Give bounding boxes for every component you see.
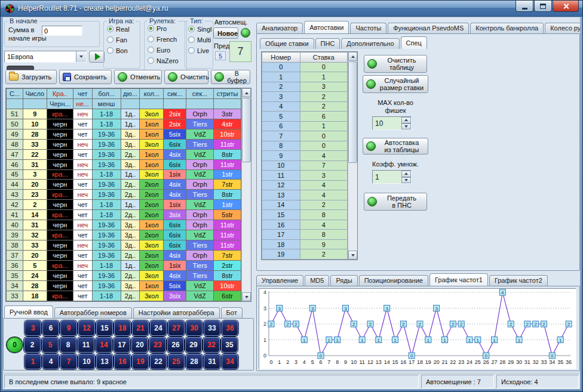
number-button-28[interactable]: 28 <box>186 354 202 369</box>
spin-row[interactable]: 4833черннеч19-363д..3кол6sixTiers11str <box>7 139 241 149</box>
bet-row[interactable]: 192 <box>262 249 348 260</box>
number-button-7[interactable]: 7 <box>60 354 77 369</box>
number-button-23[interactable]: 23 <box>149 337 166 353</box>
radio-euro[interactable]: Euro <box>148 46 186 54</box>
tab-pns[interactable]: ПНС <box>315 38 340 49</box>
send-to-pns-button[interactable]: Передатьв ПНС <box>364 193 427 211</box>
number-button-26[interactable]: 26 <box>167 337 184 353</box>
number-button-0[interactable]: 0 <box>7 337 23 353</box>
spin-up-button[interactable] <box>401 117 411 124</box>
radio-bon[interactable]: Bon <box>107 47 140 54</box>
tab-number-autograbber[interactable]: Автограббер номеров <box>54 307 132 318</box>
coef-spinner[interactable] <box>372 170 412 184</box>
bet-row[interactable]: 70 <box>262 131 348 141</box>
scroll-down-button[interactable] <box>242 292 251 301</box>
number-button-36[interactable]: 36 <box>222 320 238 336</box>
number-button-3[interactable]: 3 <box>24 320 41 336</box>
number-button-12[interactable]: 12 <box>78 320 95 336</box>
tab-autobets[interactable]: Автоставки <box>304 21 349 33</box>
radio-singl[interactable]: Singl <box>188 25 213 33</box>
load-button[interactable]: Загрузить <box>5 70 57 84</box>
tab-analyzer[interactable]: Анализатор <box>256 23 303 33</box>
spin-row[interactable]: 3524чернчет19-362д..3кол4sixTiers8str <box>7 270 241 280</box>
number-button-19[interactable]: 19 <box>132 354 149 369</box>
radio-live[interactable]: Live <box>188 47 213 54</box>
number-button-34[interactable]: 34 <box>222 354 238 369</box>
tab-bot[interactable]: Бот <box>221 307 243 318</box>
scrollbar-thumb[interactable] <box>348 61 357 163</box>
bet-table-scrollbar[interactable] <box>348 52 357 260</box>
bet-row[interactable]: 113 <box>262 171 348 181</box>
spin-row[interactable]: 4114кра...чет1-182д..2кол3sixOrph5str <box>7 210 241 220</box>
scrollbar-track[interactable] <box>348 61 357 251</box>
spin-row[interactable]: 4031черннеч19-363д..1кол6sixOrph11str <box>7 220 241 230</box>
spin-row[interactable]: 4420чернчет19-362д..2кол4sixOrph7str <box>7 180 241 190</box>
radio-real[interactable]: Real <box>107 25 140 33</box>
spin-down-button[interactable] <box>401 177 411 184</box>
tab-manual-input[interactable]: Ручной ввод <box>4 305 53 318</box>
minimize-button[interactable] <box>516 1 533 12</box>
radio-fan[interactable]: Fan <box>107 36 140 44</box>
number-button-14[interactable]: 14 <box>96 337 112 353</box>
number-button-17[interactable]: 17 <box>113 337 130 353</box>
bet-row[interactable]: 134 <box>262 190 348 200</box>
tab-additional[interactable]: Дополнительно <box>341 38 399 49</box>
scrollbar-thumb[interactable] <box>242 98 251 162</box>
bet-row[interactable]: 23 <box>262 82 348 92</box>
bet-row[interactable]: 80 <box>262 141 348 151</box>
tab-frequencies[interactable]: Частоты <box>350 23 386 33</box>
number-button-16[interactable]: 16 <box>114 354 131 369</box>
bet-row[interactable]: 32 <box>262 92 348 102</box>
number-button-6[interactable]: 6 <box>42 320 59 336</box>
number-button-10[interactable]: 10 <box>78 354 95 369</box>
max-chips-input[interactable] <box>373 117 401 129</box>
bet-row[interactable]: 11 <box>262 72 348 82</box>
number-button-4[interactable]: 4 <box>42 354 59 369</box>
number-button-25[interactable]: 25 <box>168 354 185 369</box>
save-button[interactable]: Сохранить <box>59 70 112 84</box>
bet-row[interactable]: 56 <box>262 112 348 122</box>
number-button-33[interactable]: 33 <box>204 320 220 336</box>
spin-row[interactable]: 422чернчет1-181д..2кол1sixVdZ1str <box>7 200 241 210</box>
scroll-down-button[interactable] <box>348 251 357 260</box>
tab-roulette-wheel[interactable]: Колесо рулетки <box>545 23 580 33</box>
tab-positioning[interactable]: Позиционирование <box>359 275 428 286</box>
bet-row[interactable]: 00 <box>262 62 348 72</box>
spin-down-button[interactable] <box>401 124 411 130</box>
spin-row[interactable]: 3833черннеч19-363д..3кол6sixTiers11str <box>7 240 241 251</box>
tab-bankroll-control[interactable]: Контроль банкролла <box>470 23 544 33</box>
spin-row[interactable]: 3720чернчет19-362д..2кол4sixOrph7str <box>7 251 241 261</box>
radio-multi[interactable]: Multi <box>188 36 213 44</box>
scrollbar-track[interactable] <box>242 97 251 292</box>
number-button-5[interactable]: 5 <box>42 337 59 353</box>
spin-row[interactable]: 4631черннеч19-363д..1кол6sixOrph11str <box>7 159 241 169</box>
radio-nazero[interactable]: NaZero <box>148 57 186 64</box>
clear-table-button[interactable]: Очиститьтаблицу <box>364 55 427 73</box>
number-button-35[interactable]: 35 <box>221 337 238 353</box>
number-button-8[interactable]: 8 <box>60 337 76 353</box>
coef-input[interactable] <box>373 171 401 183</box>
spin-row[interactable]: 519кра...неч1-181д..3кол2sixOrph3str <box>7 109 241 119</box>
to-buffer-button[interactable]: В буфер <box>211 70 250 84</box>
spin-row[interactable]: 4323кра...неч19-362д..2кол4sixTiers8str <box>7 190 241 200</box>
undo-button[interactable]: Отменить <box>114 70 162 84</box>
number-button-22[interactable]: 22 <box>150 354 167 369</box>
bet-row[interactable]: 107 <box>262 160 348 171</box>
radio-french[interactable]: French <box>148 35 186 43</box>
autobet-from-table-button[interactable]: Автоставкаиз таблицы <box>363 138 428 155</box>
bet-row[interactable]: 61 <box>262 121 348 131</box>
spin-row[interactable]: 4722чернчет19-362д..1кол4sixVdZ8str <box>7 149 241 159</box>
number-button-13[interactable]: 13 <box>96 354 113 369</box>
combobox-dropdown-button[interactable] <box>76 51 86 62</box>
bet-row[interactable]: 94 <box>262 151 348 161</box>
clear-button[interactable]: Очистить <box>164 70 208 84</box>
number-button-21[interactable]: 21 <box>132 320 149 336</box>
number-button-31[interactable]: 31 <box>204 354 220 369</box>
tab-general-bets[interactable]: Общие ставки <box>260 38 314 49</box>
random-bet-size-button[interactable]: Случайныйразмер ставки <box>363 75 428 93</box>
number-button-18[interactable]: 18 <box>114 320 131 336</box>
tab-md5[interactable]: MD5 <box>305 275 329 286</box>
bet-row[interactable]: 164 <box>262 220 348 230</box>
number-button-2[interactable]: 2 <box>24 337 41 353</box>
bet-row[interactable]: 158 <box>262 210 348 220</box>
